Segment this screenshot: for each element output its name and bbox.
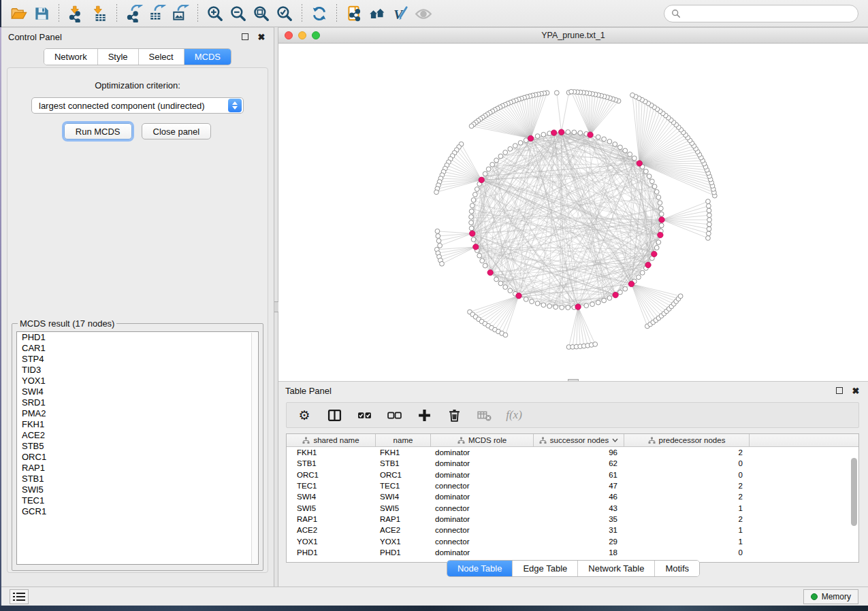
network-node[interactable] — [602, 298, 607, 303]
close-panel-button[interactable]: Close panel — [142, 123, 212, 139]
network-node[interactable] — [566, 130, 570, 135]
network-node[interactable] — [535, 301, 540, 306]
network-hub-node[interactable] — [659, 217, 664, 222]
table-row[interactable]: PHD1PHD1dominator180 — [287, 547, 858, 558]
network-node[interactable] — [649, 179, 654, 184]
memory-button[interactable]: Memory — [803, 589, 858, 604]
table-row[interactable]: RAP1RAP1dominator352 — [287, 514, 858, 525]
network-node[interactable] — [469, 214, 474, 219]
mcds-result-item[interactable]: SWI5 — [17, 484, 258, 495]
apply-layout-icon[interactable] — [308, 3, 331, 24]
network-node[interactable] — [503, 150, 508, 155]
network-node[interactable] — [554, 90, 559, 95]
column-header-name[interactable]: name — [376, 434, 431, 446]
network-node[interactable] — [707, 208, 711, 213]
network-node[interactable] — [632, 156, 637, 161]
network-node[interactable] — [473, 193, 478, 197]
mcds-result-item[interactable]: TEC1 — [17, 495, 258, 506]
network-node[interactable] — [436, 234, 440, 239]
search-box[interactable] — [664, 5, 858, 22]
table-scrollbar-thumb[interactable] — [851, 458, 857, 526]
network-hub-node[interactable] — [516, 293, 521, 299]
network-node[interactable] — [656, 240, 661, 245]
network-node[interactable] — [572, 130, 577, 135]
network-node[interactable] — [469, 209, 474, 214]
mcds-list-scrollbar[interactable] — [251, 333, 257, 563]
network-node[interactable] — [678, 294, 683, 299]
zoom-in-icon[interactable] — [204, 3, 227, 24]
network-node[interactable] — [486, 167, 491, 171]
add-column-icon[interactable] — [416, 407, 432, 423]
mcds-result-item[interactable]: SRD1 — [17, 397, 258, 408]
zoom-selected-icon[interactable] — [273, 3, 296, 24]
column-header-predecessor-nodes[interactable]: predecessor nodes — [624, 434, 750, 446]
network-hub-node[interactable] — [628, 281, 634, 286]
zoom-out-icon[interactable] — [227, 3, 250, 24]
export-network-icon[interactable] — [123, 3, 146, 24]
network-node[interactable] — [471, 198, 476, 203]
network-node[interactable] — [494, 277, 499, 282]
network-node[interactable] — [706, 236, 711, 241]
close-table-panel-icon[interactable]: ✖ — [850, 385, 861, 396]
network-node[interactable] — [637, 275, 641, 280]
network-node[interactable] — [508, 146, 513, 151]
export-table-icon[interactable] — [146, 3, 169, 24]
close-window-icon[interactable] — [285, 31, 293, 39]
mcds-result-item[interactable]: RAP1 — [17, 463, 258, 474]
open-session-icon[interactable] — [7, 3, 30, 24]
network-node[interactable] — [475, 187, 479, 192]
table-row[interactable]: FKH1FKH1dominator962 — [287, 447, 858, 458]
mcds-result-item[interactable]: SWI4 — [17, 386, 258, 397]
mcds-result-item[interactable]: PHD1 — [17, 332, 258, 343]
table-tab-motifs[interactable]: Motifs — [655, 561, 699, 576]
criterion-dropdown[interactable]: largest connected component (undirected) — [31, 97, 244, 114]
network-node[interactable] — [434, 190, 439, 195]
network-node[interactable] — [569, 89, 574, 94]
maximize-window-icon[interactable] — [312, 31, 320, 39]
network-hub-node[interactable] — [645, 262, 651, 267]
table-row[interactable]: SWI4SWI4dominator462 — [287, 491, 858, 502]
network-node[interactable] — [503, 285, 508, 290]
minimize-window-icon[interactable] — [298, 31, 306, 39]
save-session-icon[interactable] — [30, 3, 53, 24]
network-node[interactable] — [654, 190, 659, 195]
network-node[interactable] — [513, 144, 517, 148]
network-node[interactable] — [547, 304, 552, 309]
close-panel-icon[interactable]: ✖ — [256, 31, 267, 42]
mcds-result-item[interactable]: TID3 — [17, 365, 258, 376]
float-table-panel-icon[interactable] — [834, 385, 845, 396]
network-node[interactable] — [518, 141, 523, 146]
network-node[interactable] — [469, 226, 474, 231]
run-mcds-button[interactable]: Run MCDS — [64, 123, 132, 139]
network-hub-node[interactable] — [479, 177, 484, 182]
mcds-result-item[interactable]: ACE2 — [17, 430, 258, 441]
network-node[interactable] — [440, 261, 445, 266]
network-node[interactable] — [494, 158, 499, 163]
table-row[interactable]: STB1STB1dominator620 — [287, 458, 858, 469]
network-node[interactable] — [530, 299, 534, 304]
task-history-button[interactable] — [10, 589, 29, 604]
tab-mcds[interactable]: MCDS — [184, 49, 231, 65]
network-node[interactable] — [566, 306, 570, 310]
mcds-result-item[interactable]: STB5 — [17, 441, 258, 452]
mcds-result-item[interactable]: CAR1 — [17, 343, 258, 354]
network-hub-node[interactable] — [575, 304, 581, 310]
table-row[interactable]: TEC1TEC1connector472 — [287, 480, 858, 491]
column-header-MCDS-role[interactable]: MCDS role — [431, 434, 534, 446]
vizmapper-icon[interactable]: V — [389, 3, 412, 24]
network-node[interactable] — [659, 212, 664, 216]
network-node[interactable] — [706, 231, 711, 236]
network-node[interactable] — [656, 195, 661, 200]
column-header-successor-nodes[interactable]: successor nodes — [534, 434, 624, 446]
float-panel-icon[interactable] — [240, 31, 251, 42]
network-node[interactable] — [706, 203, 711, 208]
network-node[interactable] — [647, 174, 652, 179]
network-node[interactable] — [435, 229, 440, 233]
table-tab-node-table[interactable]: Node Table — [447, 561, 513, 576]
network-hub-node[interactable] — [658, 232, 663, 237]
network-node[interactable] — [613, 142, 617, 147]
mcds-result-item[interactable]: YOX1 — [17, 376, 258, 386]
network-node[interactable] — [607, 139, 612, 144]
network-node[interactable] — [628, 152, 632, 156]
network-node[interactable] — [508, 288, 513, 293]
